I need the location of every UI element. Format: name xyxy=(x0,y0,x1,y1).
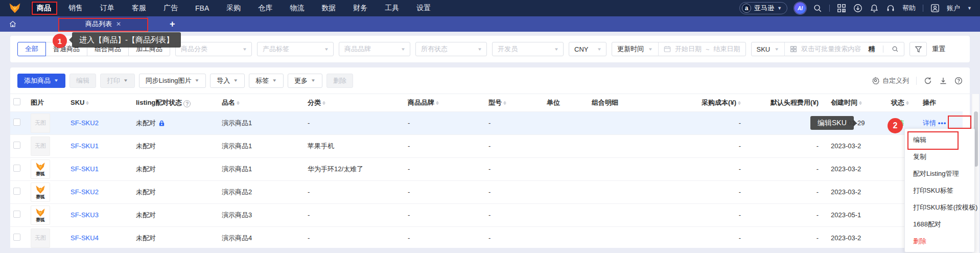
start-date-input[interactable]: 开始日期 xyxy=(675,44,702,54)
advanced-filter-button[interactable] xyxy=(909,42,927,56)
close-icon[interactable]: ✕ xyxy=(116,20,121,28)
row-checkbox[interactable] xyxy=(13,211,20,218)
sku-link[interactable]: SF-SKU2 xyxy=(71,119,99,127)
import-button[interactable]: 导入▼ xyxy=(210,74,245,88)
nav-item-settings[interactable]: 设置 xyxy=(410,1,437,15)
select-brand-value: 商品品牌 xyxy=(344,44,371,54)
sku-link[interactable]: SF-SKU2 xyxy=(71,188,99,196)
nav-item-products[interactable]: 商品 xyxy=(31,1,57,15)
search-field-select[interactable]: SKU xyxy=(757,45,771,53)
nav-item-ads[interactable]: 广告 xyxy=(157,1,184,15)
cell-image: 赛狐 xyxy=(28,180,67,203)
reset-filters-button[interactable]: 重置 xyxy=(932,44,945,54)
help-circle-icon[interactable]: ? xyxy=(183,100,191,107)
row-checkbox[interactable] xyxy=(13,142,20,149)
sort-icon[interactable] xyxy=(237,100,240,107)
lock-icon[interactable] xyxy=(158,120,165,127)
more-button[interactable]: 更多▼ xyxy=(288,74,322,88)
row-checkbox[interactable] xyxy=(13,119,20,126)
segment-all[interactable]: 全部 xyxy=(17,42,46,56)
sort-icon[interactable] xyxy=(86,100,89,107)
sku-link[interactable]: SF-SKU3 xyxy=(71,211,99,219)
date-range-filter[interactable]: 更新时间 ▼ 开始日期 ~ 结束日期 xyxy=(612,42,746,56)
sku-link[interactable]: SF-SKU1 xyxy=(71,165,99,173)
context-menu-item-delete[interactable]: 删除 xyxy=(905,233,974,249)
ai-assistant-button[interactable]: AI xyxy=(795,3,806,14)
select-developer[interactable]: 开发员▼ xyxy=(492,42,564,56)
select-all-checkbox[interactable] xyxy=(13,98,20,105)
account-menu[interactable]: 账户 xyxy=(947,4,960,13)
sort-icon[interactable] xyxy=(859,100,862,107)
context-menu-item-1688-pair[interactable]: 1688配对 xyxy=(905,216,974,233)
context-menu-item-print-sku-label-template[interactable]: 打印SKU标签(按模板) xyxy=(905,199,974,216)
sync-listing-button[interactable]: 同步Listing图片▼ xyxy=(139,74,206,88)
context-menu-item-pair-listing[interactable]: 配对Listing管理 xyxy=(905,165,974,182)
context-menu-item-edit[interactable]: 编辑 xyxy=(905,131,974,148)
end-date-input[interactable]: 结束日期 xyxy=(714,44,740,54)
select-currency[interactable]: CNY▼ xyxy=(569,42,606,56)
add-button[interactable]: 添加商品▼ xyxy=(17,74,65,88)
sort-icon[interactable] xyxy=(738,100,741,107)
sku-link[interactable]: SF-SKU4 xyxy=(71,234,99,242)
refresh-icon[interactable] xyxy=(924,77,932,85)
row-checkbox[interactable] xyxy=(13,165,20,172)
tab-label: 商品列表 xyxy=(85,19,112,29)
sku-link[interactable]: SF-SKU1 xyxy=(71,142,99,150)
nav-item-purchase[interactable]: 采购 xyxy=(220,1,247,15)
search-icon[interactable] xyxy=(813,4,822,13)
date-field-select[interactable]: 更新时间 xyxy=(617,44,644,54)
topnav-right-cluster: a 亚马逊 ▼ AI xyxy=(739,2,972,14)
nav-item-tools[interactable]: 工具 xyxy=(379,1,405,15)
product-name: 演示商品1 xyxy=(219,134,305,157)
notification-bell-icon[interactable] xyxy=(870,4,879,13)
row-checkbox[interactable] xyxy=(13,234,20,241)
cell-unit xyxy=(544,180,589,203)
select-brand[interactable]: 商品品牌▼ xyxy=(339,42,410,56)
tab-product-list[interactable]: 商品列表 ✕ xyxy=(59,16,147,32)
cell-brand: - xyxy=(405,180,485,203)
nav-item-data[interactable]: 数据 xyxy=(315,1,342,15)
qr-scan-icon[interactable] xyxy=(837,4,846,13)
version-download-icon[interactable] xyxy=(853,4,862,13)
select-status[interactable]: 所有状态▼ xyxy=(415,42,487,56)
export-download-icon[interactable] xyxy=(939,77,947,85)
detail-link[interactable]: 详情 xyxy=(923,119,936,127)
tag-button[interactable]: 标签▼ xyxy=(249,74,284,88)
marketplace-selector[interactable]: a 亚马逊 ▼ xyxy=(739,2,787,14)
column-header-category: 分类 xyxy=(305,94,405,111)
help-circle-icon[interactable] xyxy=(954,77,963,85)
search-icon[interactable] xyxy=(892,45,899,53)
cell-freight: - xyxy=(750,180,828,203)
context-menu-item-print-sku-label[interactable]: 打印SKU标签 xyxy=(905,182,974,199)
headset-support-icon[interactable] xyxy=(886,4,895,13)
nav-item-orders[interactable]: 订单 xyxy=(94,1,121,15)
context-menu-item-copy[interactable]: 复制 xyxy=(905,148,974,165)
chevron-down-icon: ▼ xyxy=(774,47,779,52)
cell-select xyxy=(10,157,28,180)
row-checkbox[interactable] xyxy=(13,188,20,195)
table-row: 赛狐SF-SKU1未配对演示商品1华为手环12/太难了----2023-03-2 xyxy=(10,157,963,180)
search-input[interactable]: 双击可批量搜索内容 精 xyxy=(785,42,904,56)
select-tag[interactable]: 产品标签▼ xyxy=(257,42,334,56)
help-link[interactable]: 帮助 xyxy=(902,4,916,13)
nav-item-logistics[interactable]: 物流 xyxy=(284,1,310,15)
nav-item-warehouse[interactable]: 仓库 xyxy=(252,1,278,15)
nav-item-fba[interactable]: FBA xyxy=(189,2,215,15)
customize-columns-button[interactable]: 自定义列 xyxy=(872,76,909,85)
cell-freight: - xyxy=(750,203,828,226)
nav-item-service[interactable]: 客服 xyxy=(126,1,152,15)
more-actions-button[interactable]: ••• xyxy=(938,119,947,127)
cell-created: 2023-03-2 xyxy=(828,226,888,248)
add-tab-button[interactable]: + xyxy=(170,19,175,30)
sort-icon[interactable] xyxy=(503,100,506,107)
select-category[interactable]: 商品分类▼ xyxy=(175,42,252,56)
nav-item-finance[interactable]: 财务 xyxy=(347,1,374,15)
sort-icon[interactable] xyxy=(322,100,325,107)
exact-match-toggle[interactable]: 精 xyxy=(868,44,875,54)
step-2-badge: 2 xyxy=(888,118,903,133)
edit-button-label: 编辑 xyxy=(76,76,89,85)
sort-icon[interactable] xyxy=(436,100,439,107)
sort-icon[interactable] xyxy=(906,100,909,107)
nav-item-sales[interactable]: 销售 xyxy=(62,1,89,15)
home-tab-button[interactable] xyxy=(5,16,20,32)
